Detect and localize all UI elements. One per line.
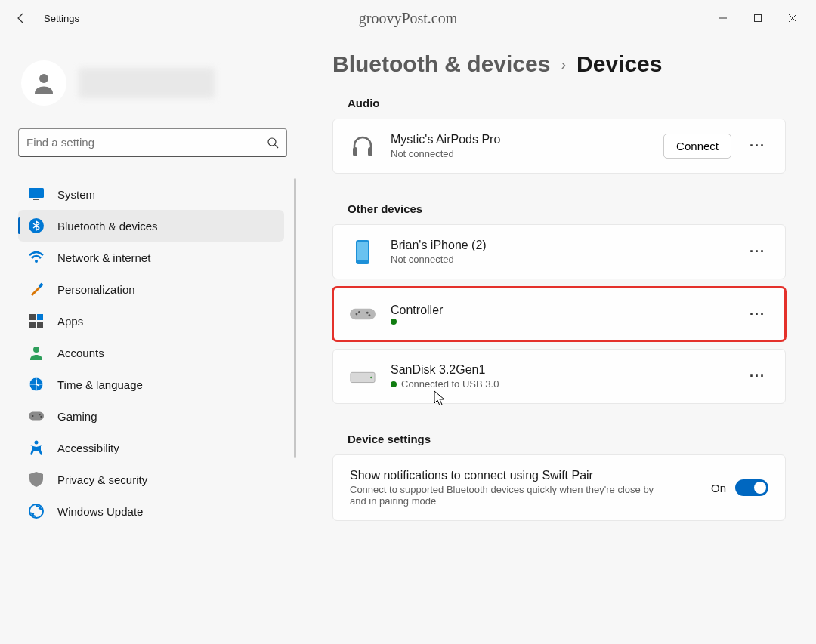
sidebar-item-bluetooth-devices[interactable]: Bluetooth & devices <box>18 210 284 242</box>
status-dot-icon <box>391 381 397 387</box>
sidebar-item-network[interactable]: Network & internet <box>18 242 284 273</box>
svg-rect-13 <box>37 322 43 328</box>
section-title-audio: Audio <box>348 97 786 109</box>
svg-rect-26 <box>357 242 368 260</box>
svg-point-3 <box>268 138 276 146</box>
apps-icon <box>29 313 44 328</box>
connect-button[interactable]: Connect <box>663 134 731 159</box>
svg-point-20 <box>40 416 42 418</box>
device-name: Controller <box>391 304 731 317</box>
svg-point-19 <box>39 414 40 415</box>
more-button[interactable]: ··· <box>746 239 768 264</box>
minimize-button[interactable] <box>706 6 740 30</box>
setting-swift-pair[interactable]: Show notifications to connect using Swif… <box>332 454 786 521</box>
device-status: Not connected <box>391 148 648 159</box>
sidebar-item-label: Network & internet <box>57 251 150 264</box>
sidebar-item-label: Apps <box>57 315 83 328</box>
setting-description: Connect to supported Bluetooth devices q… <box>350 484 667 507</box>
toggle-state-label: On <box>711 482 726 495</box>
back-button[interactable] <box>6 3 36 33</box>
sidebar-item-label: System <box>57 188 95 201</box>
sidebar-item-label: Bluetooth & devices <box>57 220 158 233</box>
more-button[interactable]: ··· <box>746 364 768 389</box>
status-dot-icon <box>391 319 397 325</box>
device-name: SanDisk 3.2Gen1 <box>391 363 731 377</box>
breadcrumb-current: Devices <box>576 51 662 77</box>
bluetooth-icon <box>29 218 44 233</box>
breadcrumb-parent[interactable]: Bluetooth & devices <box>332 51 550 77</box>
section-title-other: Other devices <box>348 202 786 215</box>
update-icon <box>29 504 44 519</box>
app-title: Settings <box>44 13 79 24</box>
sidebar-item-accounts[interactable]: Accounts <box>18 337 284 368</box>
person-icon <box>29 345 44 360</box>
device-status <box>391 319 731 325</box>
maximize-button[interactable] <box>740 6 775 30</box>
svg-point-33 <box>370 376 372 377</box>
breadcrumb: Bluetooth & devices › Devices <box>332 51 786 77</box>
svg-point-2 <box>39 74 48 83</box>
svg-rect-1 <box>755 15 762 22</box>
sidebar-item-label: Accounts <box>57 347 104 359</box>
toggle-switch[interactable] <box>735 479 768 496</box>
sidebar-item-apps[interactable]: Apps <box>18 305 284 337</box>
sidebar-item-windows-update[interactable]: Windows Update <box>18 495 284 527</box>
phone-icon <box>350 239 376 265</box>
svg-rect-23 <box>353 147 357 156</box>
svg-point-28 <box>356 313 358 316</box>
paintbrush-icon <box>29 282 44 297</box>
device-status: Connected to USB 3.0 <box>391 378 731 390</box>
svg-rect-27 <box>350 309 376 319</box>
sidebar-item-label: Gaming <box>57 410 97 423</box>
svg-line-4 <box>275 145 278 148</box>
profile-block[interactable] <box>18 45 296 128</box>
svg-rect-5 <box>29 188 44 198</box>
device-card-controller[interactable]: Controller ··· <box>332 287 786 341</box>
more-button[interactable]: ··· <box>746 302 768 327</box>
svg-rect-10 <box>29 314 36 320</box>
close-button[interactable] <box>775 6 810 30</box>
search-input[interactable] <box>26 136 267 149</box>
gamepad-icon <box>29 408 44 424</box>
sidebar-item-personalization[interactable]: Personalization <box>18 273 284 305</box>
device-status: Not connected <box>391 254 731 265</box>
sidebar-item-privacy-security[interactable]: Privacy & security <box>18 464 284 495</box>
section-title-device-settings: Device settings <box>348 433 786 445</box>
svg-point-30 <box>366 312 369 314</box>
device-card-iphone[interactable]: Brian's iPhone (2) Not connected ··· <box>332 224 786 279</box>
svg-point-31 <box>369 314 371 316</box>
svg-rect-11 <box>37 314 43 320</box>
device-name: Mystic's AirPods Pro <box>391 133 648 146</box>
svg-rect-12 <box>29 322 36 328</box>
wifi-icon <box>29 250 44 265</box>
device-card-airpods[interactable]: Mystic's AirPods Pro Not connected Conne… <box>332 119 786 174</box>
sidebar-item-label: Privacy & security <box>57 473 147 486</box>
search-box[interactable] <box>18 128 287 157</box>
system-icon <box>29 186 44 202</box>
sidebar-item-accessibility[interactable]: Accessibility <box>18 432 284 464</box>
sidebar-item-label: Accessibility <box>57 442 119 454</box>
drive-icon <box>350 364 376 390</box>
sidebar-item-label: Personalization <box>57 283 135 296</box>
device-name: Brian's iPhone (2) <box>391 239 731 252</box>
sidebar-item-gaming[interactable]: Gaming <box>18 400 284 432</box>
shield-icon <box>29 472 44 487</box>
profile-name-blurred <box>79 68 215 98</box>
controller-icon <box>350 301 376 327</box>
svg-rect-17 <box>29 412 44 421</box>
chevron-right-icon: › <box>561 56 566 73</box>
headphones-icon <box>350 134 376 159</box>
search-icon <box>267 137 279 149</box>
more-button[interactable]: ··· <box>746 134 768 159</box>
svg-point-21 <box>35 441 39 445</box>
watermark: groovyPost.com <box>359 10 458 27</box>
sidebar-item-system[interactable]: System <box>18 178 284 210</box>
svg-point-8 <box>35 260 38 263</box>
svg-rect-6 <box>33 199 39 200</box>
globe-clock-icon <box>29 377 44 392</box>
device-card-sandisk[interactable]: SanDisk 3.2Gen1 Connected to USB 3.0 ··· <box>332 349 786 404</box>
svg-point-14 <box>33 347 39 353</box>
svg-point-18 <box>32 415 33 417</box>
sidebar-item-time-language[interactable]: Time & language <box>18 368 284 400</box>
svg-rect-24 <box>368 147 372 156</box>
